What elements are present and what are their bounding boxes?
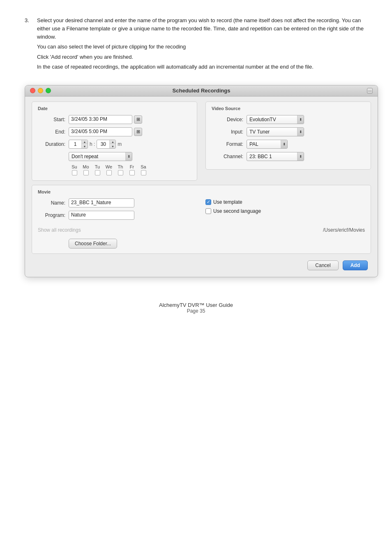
checkbox-su[interactable] (72, 170, 77, 175)
use-template-checkbox[interactable]: ✓ (205, 199, 211, 205)
format-value: PAL (247, 141, 281, 147)
traffic-lights (30, 88, 51, 93)
day-fr: Fr (126, 164, 138, 175)
channel-value: 23: BBC 1 (247, 154, 297, 159)
window-title: Scheduled Recordings (173, 88, 231, 94)
video-source-section: Video Source Device: EvolutionTV ⬍ Input… (205, 101, 371, 170)
end-calendar-icon[interactable]: ⊞ (134, 128, 142, 136)
program-field[interactable]: Nature (69, 211, 134, 220)
footer-app-name: AlchemyTV DVR™ User Guide (0, 302, 392, 308)
format-label: Format: (212, 141, 247, 147)
start-calendar-icon[interactable]: ⊞ (134, 115, 142, 124)
duration-row: Duration: ▲ ▼ h : (38, 140, 191, 149)
day-sa: Sa (138, 164, 149, 175)
use-template-label[interactable]: ✓ Use template (205, 199, 242, 205)
show-all-row: Show all recordings /Users/ericf/Movies (38, 227, 365, 233)
use-template-text: Use template (213, 199, 242, 205)
repeat-row: Don't repeat ⬍ (38, 152, 191, 161)
format-select-arrow: ⬍ (281, 140, 287, 149)
choose-folder-button[interactable]: Choose Folder... (69, 239, 117, 249)
minutes-input[interactable] (97, 140, 109, 148)
date-section-header: Date (38, 106, 191, 111)
hours-separator: h : (90, 141, 95, 147)
minutes-down-btn[interactable]: ▼ (110, 144, 115, 149)
hours-spinner[interactable]: ▲ ▼ (69, 140, 88, 149)
add-button[interactable]: Add (343, 260, 368, 270)
checkbox-mo[interactable] (83, 170, 89, 175)
collapse-button[interactable]: — (367, 88, 373, 94)
format-row: Format: PAL ⬍ (212, 140, 365, 149)
close-button[interactable] (30, 88, 35, 93)
program-row: Program: Nature (38, 211, 197, 220)
checkbox-we[interactable] (106, 170, 112, 175)
input-label: Input: (212, 129, 247, 135)
checkbox-tu[interactable] (95, 170, 100, 175)
device-row: Device: EvolutionTV ⬍ (212, 115, 365, 124)
duration-label: Duration: (38, 141, 69, 147)
input-value: TV Tuner (247, 129, 297, 135)
date-section: Date Start: 3/24/05 3:30 PM ⊞ (32, 101, 197, 181)
movie-section: Movie Name: 23_BBC 1_Nature Program: (32, 185, 371, 254)
page-footer: AlchemyTV DVR™ User Guide Page 35 (0, 302, 392, 326)
name-field[interactable]: 23_BBC 1_Nature (69, 198, 134, 207)
device-select[interactable]: EvolutionTV ⬍ (247, 115, 304, 124)
repeat-select[interactable]: Don't repeat ⬍ (69, 152, 132, 161)
repeat-select-arrow: ⬍ (125, 152, 132, 161)
day-tu: Tu (92, 164, 103, 175)
channel-select[interactable]: 23: BBC 1 ⬍ (247, 152, 304, 161)
channel-select-arrow: ⬍ (297, 152, 304, 161)
use-template-row: ✓ Use template (205, 199, 365, 205)
checkbox-sa[interactable] (141, 170, 146, 175)
hours-down-btn[interactable]: ▼ (82, 144, 88, 149)
minutes-spinner[interactable]: ▲ ▼ (97, 140, 116, 149)
input-select[interactable]: TV Tuner ⬍ (247, 127, 304, 136)
use-second-language-text: Use second language (213, 208, 261, 214)
title-bar: Scheduled Recordings — (25, 85, 378, 97)
day-th: Th (115, 164, 126, 175)
hours-input[interactable] (69, 140, 81, 148)
name-label: Name: (38, 200, 69, 206)
movie-section-header: Movie (38, 189, 365, 194)
minutes-label: m (118, 141, 122, 147)
name-row: Name: 23_BBC 1_Nature (38, 198, 197, 207)
day-su: Su (69, 164, 80, 175)
instruction-para1: Select your desired channel and enter th… (37, 16, 365, 41)
channel-label: Channel: (212, 154, 247, 159)
repeat-select-value: Don't repeat (69, 154, 125, 159)
device-label: Device: (212, 117, 247, 122)
day-mo: Mo (80, 164, 92, 175)
use-second-language-row: Use second language (205, 208, 365, 214)
minimize-button[interactable] (38, 88, 43, 93)
cancel-button[interactable]: Cancel (307, 260, 338, 270)
device-value: EvolutionTV (247, 117, 297, 122)
program-label: Program: (38, 212, 69, 218)
day-we: We (103, 164, 115, 175)
end-label: End: (38, 129, 69, 135)
end-row: End: 3/24/05 5:00 PM ⊞ (38, 127, 191, 136)
device-select-arrow: ⬍ (297, 115, 304, 124)
instruction-para4: In the case of repeated recordings, the … (37, 63, 365, 71)
start-date-field[interactable]: 3/24/05 3:30 PM (69, 115, 132, 124)
scheduled-recordings-window: Scheduled Recordings — Date Start: 3/24 (25, 85, 378, 277)
video-source-header: Video Source (212, 106, 365, 111)
channel-row: Channel: 23: BBC 1 ⬍ (212, 152, 365, 161)
instruction-block: 3. Select your desired channel and enter… (25, 16, 367, 73)
folder-path: /Users/ericf/Movies (323, 227, 365, 233)
instruction-para2: You can also select the level of picture… (37, 43, 365, 51)
days-row: Su Mo Tu We (69, 164, 191, 175)
hours-up-btn[interactable]: ▲ (82, 140, 88, 145)
button-row: Cancel Add (32, 260, 371, 270)
use-second-language-checkbox[interactable] (205, 208, 211, 214)
start-row: Start: 3/24/05 3:30 PM ⊞ (38, 115, 191, 124)
maximize-button[interactable] (46, 88, 51, 93)
end-date-field[interactable]: 3/24/05 5:00 PM (69, 127, 132, 136)
footer-page-label: Page 35 (0, 308, 392, 314)
minutes-up-btn[interactable]: ▲ (110, 140, 115, 145)
show-all-label: Show all recordings (38, 227, 81, 233)
format-select[interactable]: PAL ⬍ (247, 140, 288, 149)
checkbox-th[interactable] (118, 170, 123, 175)
step-number: 3. (25, 16, 37, 73)
checkbox-fr[interactable] (129, 170, 135, 175)
use-second-language-label[interactable]: Use second language (205, 208, 261, 214)
instruction-para3: Click 'Add record' when you are finished… (37, 53, 365, 61)
